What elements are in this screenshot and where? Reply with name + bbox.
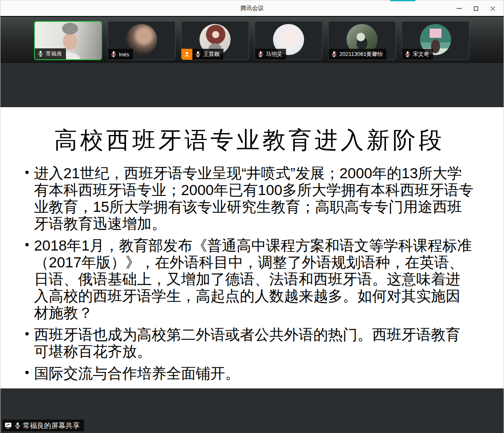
person-icon bbox=[184, 51, 190, 58]
slide-bullet: 国际交流与合作培养全面铺开。 bbox=[25, 365, 474, 382]
titlebar: 腾讯会议 bbox=[0, 0, 504, 16]
name-bar: 常福良 bbox=[35, 48, 66, 59]
participant-tile-ines[interactable]: Inés bbox=[108, 21, 176, 60]
slide-bullet: 西班牙语也成为高校第二外语或者公共外语的热门。西班牙语教育可堪称百花齐放。 bbox=[25, 326, 474, 360]
slide-title: 高校西班牙语专业教育进入新阶段 bbox=[25, 126, 474, 154]
mic-muted-icon bbox=[404, 51, 411, 58]
participant-name: 马明昊 bbox=[266, 50, 282, 58]
slide-bullet: 进入21世纪，西班牙语专业呈现“井喷式”发展；2000年的13所大学有本科西班牙… bbox=[25, 165, 474, 232]
name-bar: Inés bbox=[108, 49, 133, 60]
participant-name: 宋文奇 bbox=[413, 50, 429, 58]
screen-share-icon bbox=[5, 422, 13, 429]
window-controls bbox=[451, 0, 501, 16]
name-bar: 宋文奇 bbox=[402, 49, 433, 60]
participant-tile-huangxinyi[interactable]: 202113061黄馨怡 bbox=[328, 21, 396, 60]
participant-tile-wangchenying[interactable]: 王晨颖 bbox=[181, 21, 249, 60]
tile-footer: Inés bbox=[108, 49, 133, 60]
mic-muted-icon bbox=[257, 51, 264, 58]
slide-bullet-list: 进入21世纪，西班牙语专业呈现“井喷式”发展；2000年的13所大学有本科西班牙… bbox=[25, 165, 474, 382]
tile-footer: 常福良 bbox=[35, 48, 66, 59]
stage-background-top bbox=[0, 63, 504, 107]
minimize-button[interactable] bbox=[451, 0, 467, 16]
participant-name: 常福良 bbox=[46, 50, 62, 58]
member-badge bbox=[181, 49, 192, 60]
close-button[interactable] bbox=[484, 0, 501, 16]
mic-muted-icon bbox=[110, 51, 117, 58]
tile-footer: 马明昊 bbox=[255, 49, 286, 60]
shared-screen-slide: 高校西班牙语专业教育进入新阶段 进入21世纪，西班牙语专业呈现“井喷式”发展；2… bbox=[0, 107, 504, 388]
slide-bullet: 2018年1月，教育部发布《普通高中课程方案和语文等学科课程标准（2017年版）… bbox=[25, 237, 474, 321]
tile-footer: 宋文奇 bbox=[402, 49, 433, 60]
name-bar: 王晨颖 bbox=[192, 49, 223, 60]
video-strip: 常福良 Inés bbox=[0, 16, 504, 63]
participant-tile-changfuliang[interactable]: 常福良 bbox=[34, 21, 102, 60]
maximize-button[interactable] bbox=[467, 0, 484, 16]
participant-name: Inés bbox=[119, 51, 129, 58]
accent-bar bbox=[390, 0, 415, 1]
participant-name: 202113061黄馨怡 bbox=[339, 50, 383, 58]
mic-muted-icon bbox=[331, 51, 337, 58]
close-icon bbox=[490, 6, 496, 11]
window-title: 腾讯会议 bbox=[240, 5, 264, 12]
tile-footer: 202113061黄馨怡 bbox=[328, 49, 386, 60]
screen-share-banner: 常福良的屏幕共享 bbox=[3, 420, 84, 431]
minimize-icon bbox=[457, 8, 462, 9]
participant-tile-maminghao[interactable]: 马明昊 bbox=[255, 21, 323, 60]
tile-footer: 王晨颖 bbox=[181, 49, 223, 60]
mic-muted-icon bbox=[195, 51, 201, 58]
mic-on-icon bbox=[37, 50, 44, 57]
participant-tiles: 常福良 Inés bbox=[34, 21, 470, 60]
name-bar: 202113061黄馨怡 bbox=[328, 49, 386, 60]
mic-on-icon bbox=[14, 422, 21, 429]
meeting-window: 腾讯会议 bbox=[0, 0, 504, 433]
participant-name: 王晨颖 bbox=[203, 50, 220, 58]
name-bar: 马明昊 bbox=[255, 49, 286, 60]
maximize-icon bbox=[474, 6, 478, 11]
participant-tile-songwenqi[interactable]: 宋文奇 bbox=[402, 21, 470, 60]
screen-share-label: 常福良的屏幕共享 bbox=[23, 421, 80, 430]
